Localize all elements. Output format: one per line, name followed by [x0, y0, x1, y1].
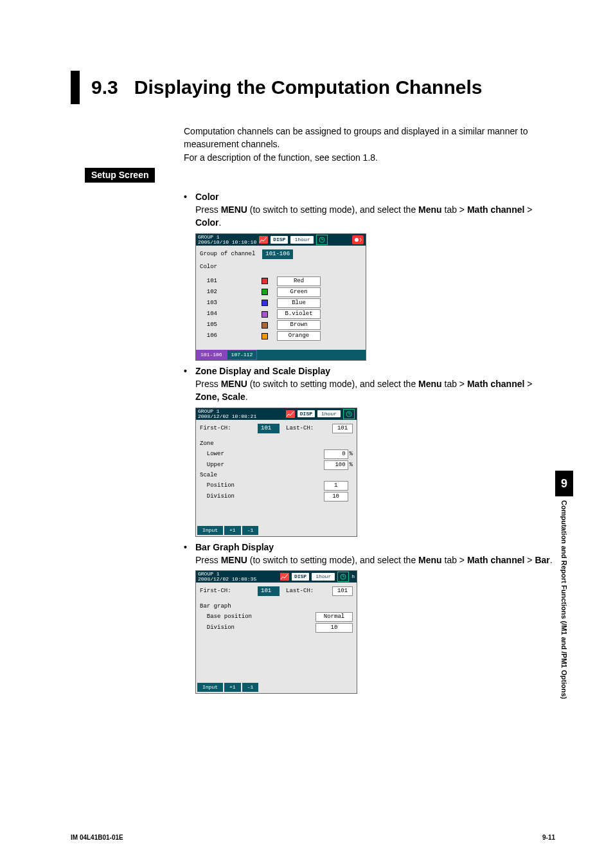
- softkey-plus1[interactable]: +1: [224, 526, 241, 535]
- svg-point-3: [355, 238, 359, 242]
- svg-rect-0: [259, 236, 268, 244]
- first-ch-value[interactable]: 101: [258, 586, 280, 596]
- clock-icon: [337, 572, 349, 582]
- color-name-103[interactable]: Blue: [277, 298, 321, 308]
- screenshot-bar: GROUP 1 2008/12/02 10:08:35 DISP 1hour h…: [195, 570, 357, 694]
- division-value[interactable]: 10: [315, 623, 353, 633]
- group-of-channel-label: Group of channel: [200, 250, 255, 258]
- tab-107-112[interactable]: 107-112: [227, 350, 258, 360]
- disp-pill: DISP: [292, 573, 309, 581]
- bullet-color-text: Press MENU (to switch to setting mode), …: [195, 203, 555, 230]
- footer-left: IM 04L41B01-01E: [71, 834, 123, 841]
- section-title: 9.3 Displaying the Computation Channels: [91, 77, 482, 98]
- swatch-brown: [262, 322, 268, 329]
- color-name-101[interactable]: Red: [277, 276, 321, 286]
- last-ch-label: Last-CH:: [286, 424, 314, 433]
- softkey-input[interactable]: Input: [197, 526, 223, 535]
- bullet-color: • Color: [184, 190, 555, 203]
- bullet-color-title: Color: [195, 190, 219, 203]
- footer-right: 9-11: [542, 834, 555, 841]
- bullet-dot: •: [184, 541, 195, 554]
- time-pill: 1hour: [290, 236, 314, 244]
- screenshot-zone-header: GROUP 1 2008/12/02 10:08:21 DISP 1hour: [196, 408, 357, 420]
- time-pill: 1hour: [312, 573, 335, 581]
- scale-label: Scale: [200, 471, 217, 480]
- softkey-minus1[interactable]: -1: [242, 526, 259, 535]
- bullet-zone: • Zone Display and Scale Display: [184, 365, 555, 377]
- screenshot-color-header: GROUP 1 2005/10/10 10:10:10 DISP 1hour: [196, 234, 366, 246]
- color-name-104[interactable]: B.violet: [277, 309, 321, 319]
- swatch-red: [262, 278, 268, 284]
- softkey-bar: Input +1 -1: [196, 683, 357, 693]
- clock-icon: [316, 235, 328, 245]
- basepos-value[interactable]: Normal: [315, 612, 353, 622]
- disp-pill: DISP: [271, 236, 288, 244]
- upper-value[interactable]: 100: [324, 460, 348, 470]
- first-ch-value[interactable]: 101: [258, 424, 280, 433]
- side-tab-number: 9: [555, 471, 573, 496]
- bargraph-label: Bar graph: [200, 602, 231, 611]
- screenshot-bar-header: GROUP 1 2008/12/02 10:08:35 DISP 1hour h: [196, 571, 357, 583]
- intro-paragraph-2: For a description of the function, see s…: [184, 151, 555, 164]
- bullet-zone-title: Zone Display and Scale Display: [195, 365, 330, 377]
- color-field-label: Color: [200, 263, 217, 271]
- bullet-dot: •: [184, 365, 195, 377]
- first-ch-label: First-CH:: [200, 424, 258, 433]
- zone-label: Zone: [200, 440, 214, 448]
- graph-icon: [259, 235, 268, 244]
- position-value[interactable]: 1: [324, 481, 348, 491]
- side-tab: 9 Computation and Report Functions (/M1 …: [555, 471, 573, 699]
- bullet-dot: •: [184, 190, 195, 203]
- screenshot-color-tabs: 101-106107-112: [196, 350, 366, 360]
- svg-rect-6: [280, 573, 289, 581]
- side-tab-text: Computation and Report Functions (/M1 an…: [560, 500, 568, 699]
- last-ch-label: Last-CH:: [286, 587, 314, 595]
- softkey-input[interactable]: Input: [197, 683, 223, 692]
- graph-icon: [286, 410, 295, 419]
- swatch-bviolet: [262, 311, 268, 318]
- clock-icon: [343, 409, 355, 419]
- page-footer: IM 04L41B01-01E 9-11: [71, 834, 555, 841]
- section-number: 9.3: [91, 77, 118, 98]
- screenshot-zone: GROUP 1 2008/12/02 10:08:21 DISP 1hour F…: [195, 408, 357, 537]
- record-icon: [352, 235, 364, 244]
- bullet-zone-text: Press MENU (to switch to setting mode), …: [195, 377, 555, 404]
- swatch-green: [262, 289, 268, 295]
- time-pill: 1hour: [317, 410, 341, 418]
- screenshot-color: GROUP 1 2005/10/10 10:10:10 DISP 1hour: [195, 233, 366, 361]
- lower-value[interactable]: 0: [324, 449, 348, 459]
- division-value[interactable]: 10: [324, 492, 348, 502]
- intro-paragraph-1: Computation channels can be assigned to …: [184, 125, 555, 151]
- swatch-blue: [262, 300, 268, 306]
- setup-screen-label: Setup Screen: [85, 168, 155, 183]
- heading-bar: [71, 71, 80, 104]
- svg-rect-4: [286, 410, 295, 418]
- swatch-orange: [262, 333, 268, 339]
- group-of-channel-value[interactable]: 101-106: [262, 249, 293, 259]
- color-name-106[interactable]: Orange: [277, 331, 321, 341]
- bullet-bar-text: Press MENU (to switch to setting mode), …: [195, 554, 555, 566]
- last-ch-value[interactable]: 101: [332, 586, 353, 596]
- softkey-bar: Input +1 -1: [196, 526, 357, 536]
- graph-icon: [280, 572, 289, 581]
- color-name-102[interactable]: Green: [277, 287, 321, 297]
- section-heading: 9.3 Displaying the Computation Channels: [71, 71, 555, 104]
- section-title-text: Displaying the Computation Channels: [134, 77, 483, 98]
- last-ch-value[interactable]: 101: [332, 424, 353, 433]
- color-name-105[interactable]: Brown: [277, 320, 321, 330]
- tab-101-106[interactable]: 101-106: [196, 350, 227, 360]
- softkey-minus1[interactable]: -1: [242, 683, 259, 692]
- bullet-bar-title: Bar Graph Display: [195, 541, 274, 554]
- bullet-bar: • Bar Graph Display: [184, 541, 555, 554]
- softkey-plus1[interactable]: +1: [224, 683, 241, 692]
- first-ch-label: First-CH:: [200, 587, 258, 595]
- disp-pill: DISP: [298, 410, 315, 418]
